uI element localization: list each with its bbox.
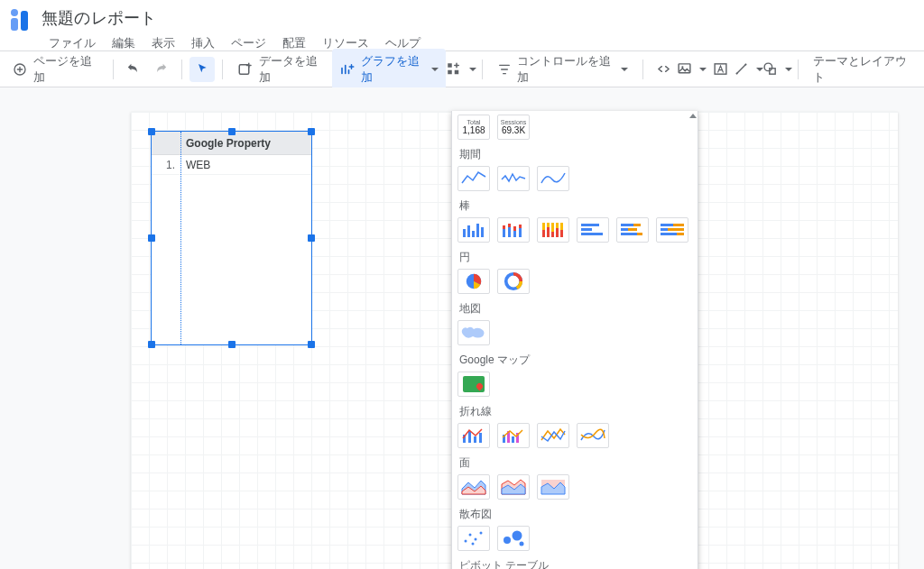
resize-handle[interactable] [308,341,315,348]
selection-tool-button[interactable] [189,57,216,82]
chart-type-line[interactable] [537,423,569,448]
report-canvas[interactable]: Google Property 1. WEB Total 1,168 [131,112,898,569]
chart-type-stacked-column[interactable] [497,217,530,243]
filter-icon [496,61,512,78]
chart-type-stacked-area[interactable] [497,474,530,500]
chart-type-area[interactable] [457,474,490,500]
scatter-icon [460,528,487,548]
redo-icon [153,61,170,78]
svg-rect-37 [581,233,603,235]
chart-type-100-stacked-area[interactable] [537,474,569,500]
chart-type-google-map[interactable] [457,372,490,397]
document-title[interactable]: 無題のレポート [42,7,428,29]
chart-type-bar[interactable] [577,217,609,243]
section-pie: 円 [459,250,692,265]
shape-button[interactable] [763,57,790,82]
resize-handle[interactable] [228,128,236,135]
text-button[interactable] [707,57,734,82]
chart-type-100-stacked-bar[interactable] [656,217,688,243]
chart-type-stacked-bar[interactable] [616,217,649,243]
undo-button[interactable] [121,57,147,82]
svg-rect-16 [481,227,484,237]
svg-rect-15 [476,224,479,237]
menu-view[interactable]: 表示 [144,32,182,54]
google-map-icon [463,376,485,392]
chart-type-smoothed-time[interactable] [537,166,569,191]
chart-type-scorecard[interactable]: Total 1,168 [457,115,490,140]
svg-point-65 [472,543,475,546]
table-chart-widget[interactable]: Google Property 1. WEB [151,131,312,345]
image-icon [677,61,692,78]
community-viz-button[interactable] [448,57,475,82]
menu-insert[interactable]: 挿入 [184,32,222,54]
theme-layout-button[interactable]: テーマとレイアウト [806,49,919,90]
chart-type-sparkline[interactable] [497,166,530,191]
svg-point-10 [764,63,772,71]
resize-handle[interactable] [148,341,155,348]
redo-button[interactable] [148,57,174,82]
section-scatter: 散布図 [459,507,692,522]
scroll-up-button[interactable] [688,114,698,132]
app-logo [11,9,32,31]
add-data-button[interactable]: データを追加 [230,49,330,90]
add-data-label: データを追加 [259,53,323,86]
chart-type-smooth-line[interactable] [577,423,609,448]
kpi-label: Total [467,119,481,126]
svg-rect-23 [519,228,522,237]
chart-type-100-stacked-column[interactable] [537,217,569,243]
svg-point-8 [735,72,737,74]
add-page-button[interactable]: ページを追加 [5,49,106,90]
resize-handle[interactable] [148,128,155,135]
svg-rect-35 [581,224,599,226]
svg-rect-58 [512,436,514,443]
resize-handle[interactable] [308,234,315,242]
chart-type-stacked-combo[interactable] [497,423,530,448]
svg-rect-54 [474,436,476,443]
chart-type-scatter[interactable] [457,526,490,551]
workspace: Google Property 1. WEB Total 1,168 [0,87,924,569]
geo-map-icon [460,323,487,343]
smooth-line-icon [540,169,567,188]
column-separator [180,132,181,344]
svg-rect-1 [239,64,249,74]
section-time-series: 期間 [459,147,692,162]
donut-icon [500,271,527,291]
add-chart-label: グラフを追加 [361,53,424,86]
add-control-button[interactable]: コントロールを追加 [489,49,635,90]
svg-rect-49 [661,233,677,235]
chart-picker-dropdown: Total 1,168 Sessions 69.3K 期間 棒 [451,111,698,569]
svg-rect-34 [560,230,563,237]
section-google-map: Google マップ [459,353,692,368]
chart-type-geo-map[interactable] [457,320,490,345]
resize-handle[interactable] [308,128,315,135]
caret-down-icon [621,68,628,71]
stacked-column-icon [500,220,527,240]
chart-type-pie[interactable] [457,269,490,294]
sparkline-icon [500,169,527,188]
resize-handle[interactable] [148,234,155,242]
plus-circle-icon [13,61,28,78]
caret-down-icon [785,68,792,71]
menu-edit[interactable]: 編集 [105,32,143,54]
svg-point-64 [480,532,483,535]
combo-chart-icon [460,426,487,445]
svg-point-67 [513,531,522,541]
image-button[interactable] [679,57,706,82]
url-embed-button[interactable] [651,57,677,82]
chart-type-column[interactable] [457,217,490,243]
svg-rect-12 [463,229,466,237]
section-geo: 地図 [459,301,692,317]
add-chart-button[interactable]: グラフを追加 [332,49,446,90]
chart-type-time-series[interactable] [457,166,490,191]
section-pivot: ピボット テーブル [459,558,692,569]
chart-type-bubble[interactable] [497,526,530,551]
resize-handle[interactable] [228,341,236,348]
chart-type-scorecard-compact[interactable]: Sessions 69.3K [497,115,530,140]
app-header: 無題のレポート ファイル 編集 表示 挿入 ページ 配置 リソース ヘルプ [0,0,924,51]
line-chart-icon [460,169,487,188]
line-button[interactable] [735,57,762,82]
chart-type-donut[interactable] [497,269,530,294]
chart-type-combo[interactable] [457,423,490,448]
caret-down-icon [469,68,476,71]
svg-rect-42 [621,233,637,235]
